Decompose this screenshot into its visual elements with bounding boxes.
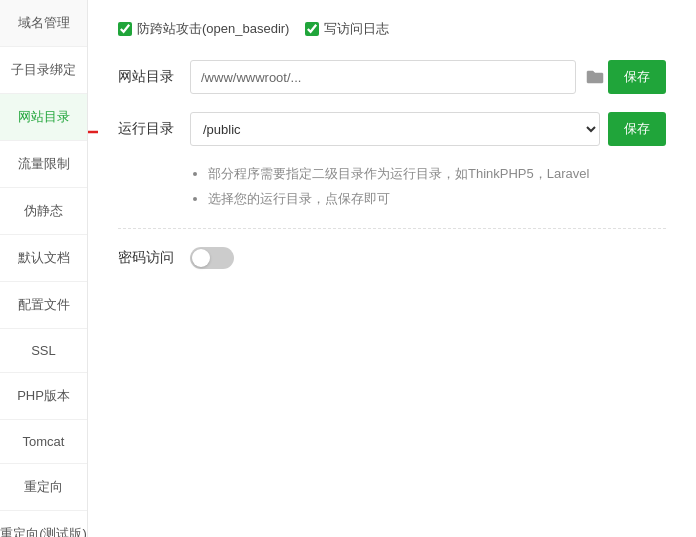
checkbox-row: 防跨站攻击(open_basedir) 写访问日志	[118, 20, 666, 38]
main-content: 防跨站攻击(open_basedir) 写访问日志 网站目录 保存 运行目录 /…	[88, 0, 696, 537]
website-dir-input-group	[190, 60, 608, 94]
sidebar-item-rewrite[interactable]: 伪静态	[0, 188, 87, 235]
password-access-toggle[interactable]	[190, 247, 234, 269]
sidebar-item-ssl[interactable]: SSL	[0, 329, 87, 373]
run-dir-select[interactable]: /public / /app /src /web	[190, 112, 600, 146]
access-log-label: 写访问日志	[324, 20, 389, 38]
password-access-label: 密码访问	[118, 249, 190, 267]
access-log-checkbox-item[interactable]: 写访问日志	[305, 20, 389, 38]
hint-item-2: 选择您的运行目录，点保存即可	[208, 189, 666, 210]
sidebar: 域名管理 子目录绑定 网站目录 流量限制 伪静态 默认文档 配置文件 SSL P…	[0, 0, 88, 537]
hint-item-1: 部分程序需要指定二级目录作为运行目录，如ThinkPHP5，Laravel	[208, 164, 666, 185]
sidebar-item-default-doc[interactable]: 默认文档	[0, 235, 87, 282]
run-dir-save-button[interactable]: 保存	[608, 112, 666, 146]
access-log-checkbox[interactable]	[305, 22, 319, 36]
website-dir-input[interactable]	[190, 60, 576, 94]
sidebar-item-tomcat[interactable]: Tomcat	[0, 420, 87, 464]
run-dir-row: 运行目录 /public / /app /src /web 保存	[118, 112, 666, 146]
sidebar-item-website-dir[interactable]: 网站目录	[0, 94, 87, 141]
website-dir-label: 网站目录	[118, 68, 190, 86]
sidebar-item-config[interactable]: 配置文件	[0, 282, 87, 329]
hint-list: 部分程序需要指定二级目录作为运行目录，如ThinkPHP5，Laravel 选择…	[190, 164, 666, 210]
open-basedir-label: 防跨站攻击(open_basedir)	[137, 20, 289, 38]
website-dir-save-button[interactable]: 保存	[608, 60, 666, 94]
red-arrow-annotation	[88, 117, 108, 147]
folder-icon[interactable]	[582, 64, 608, 90]
toggle-slider	[190, 247, 234, 269]
sidebar-item-php[interactable]: PHP版本	[0, 373, 87, 420]
sidebar-item-traffic[interactable]: 流量限制	[0, 141, 87, 188]
sidebar-item-subdir[interactable]: 子目录绑定	[0, 47, 87, 94]
run-dir-label: 运行目录	[118, 120, 190, 138]
open-basedir-checkbox[interactable]	[118, 22, 132, 36]
website-dir-row: 网站目录 保存	[118, 60, 666, 94]
open-basedir-checkbox-item[interactable]: 防跨站攻击(open_basedir)	[118, 20, 289, 38]
password-access-row: 密码访问	[118, 247, 666, 269]
sidebar-item-domain[interactable]: 域名管理	[0, 0, 87, 47]
sidebar-item-redirect-test[interactable]: 重定向(测试版)	[0, 511, 87, 537]
sidebar-item-redirect[interactable]: 重定向	[0, 464, 87, 511]
section-divider	[118, 228, 666, 229]
